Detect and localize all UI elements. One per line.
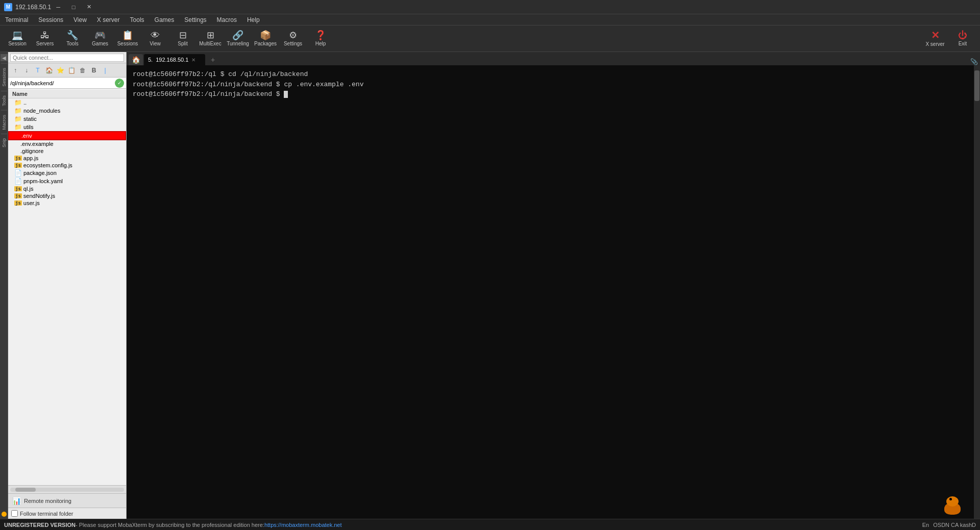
tree-item-label: utils bbox=[23, 124, 34, 130]
tree-item-node-modules[interactable]: 📁 node_modules bbox=[8, 107, 126, 115]
file-toolbar: ↑ ↓ T 🏠 ⭐ 📋 🗑 B | bbox=[8, 63, 126, 78]
folder-icon: 📁 bbox=[14, 107, 22, 114]
toolbar-sessions[interactable]: 📋 Sessions bbox=[114, 28, 141, 50]
minimize-button[interactable]: ─ bbox=[51, 2, 65, 12]
toolbar-packages[interactable]: 📦 Packages bbox=[252, 28, 279, 50]
file-tb-up[interactable]: ↑ bbox=[10, 65, 20, 75]
tree-item-env[interactable]: .env bbox=[8, 131, 126, 140]
menu-games[interactable]: Games bbox=[150, 14, 180, 25]
file-tb-new-folder[interactable]: T bbox=[33, 65, 43, 75]
sessions-icon: 📋 bbox=[122, 31, 133, 40]
toolbar-tools[interactable]: 🔧 Tools bbox=[59, 28, 86, 50]
toolbar-session[interactable]: 💻 Session bbox=[4, 28, 31, 50]
file-tb-copy[interactable]: 📋 bbox=[66, 65, 77, 75]
menu-terminal[interactable]: Terminal bbox=[0, 14, 33, 25]
tab-title: 192.168.50.1 bbox=[156, 57, 188, 63]
toolbar-xserver[interactable]: ✕ X server bbox=[922, 28, 948, 50]
terminal-content[interactable]: root@1c5606ff97b2:/ql $ cd /ql/ninja/bac… bbox=[127, 65, 980, 519]
menu-sessions[interactable]: Sessions bbox=[33, 14, 68, 25]
menu-xserver[interactable]: X server bbox=[92, 14, 125, 25]
hscroll-track bbox=[10, 488, 124, 492]
toolbar-help[interactable]: ❓ Help bbox=[307, 28, 334, 50]
side-tab-snip[interactable]: Snip bbox=[1, 134, 7, 152]
view-icon: 👁 bbox=[151, 31, 160, 40]
tree-item-ql-js[interactable]: js ql.js bbox=[8, 185, 126, 192]
tunneling-label: Tunneling bbox=[227, 41, 249, 46]
servers-icon: 🖧 bbox=[40, 31, 50, 40]
file-tb-delete[interactable]: 🗑 bbox=[78, 65, 88, 75]
terminal-line-2: root@1c5606ff97b2:/ql/ninja/backend $ cp… bbox=[133, 80, 974, 90]
toolbar-games[interactable]: 🎮 Games bbox=[87, 28, 113, 50]
folder-icon: 📁 bbox=[14, 123, 22, 131]
tab-close-button[interactable]: ✕ bbox=[191, 57, 195, 63]
sessions-label: Sessions bbox=[117, 41, 138, 46]
tree-item-static[interactable]: 📁 static bbox=[8, 115, 126, 123]
games-icon: 🎮 bbox=[94, 31, 106, 40]
support-link[interactable]: https://mobaxterm.mobatek.net bbox=[264, 522, 342, 528]
tree-item-label: package.json bbox=[23, 170, 57, 176]
follow-terminal-checkbox[interactable] bbox=[11, 510, 18, 517]
file-tb-bookmark[interactable]: ⭐ bbox=[55, 65, 65, 75]
file-tb-bold[interactable]: B bbox=[89, 65, 99, 75]
tree-item-ecosystem[interactable]: js ecosystem.config.js bbox=[8, 162, 126, 169]
side-tab-sessions[interactable]: Sessions bbox=[1, 63, 7, 91]
settings-icon: ⚙ bbox=[289, 31, 297, 40]
toolbar-split[interactable]: ⊟ Split bbox=[169, 28, 196, 50]
toolbar-tunneling[interactable]: 🔗 Tunneling bbox=[225, 28, 251, 50]
tree-item-label: .env bbox=[21, 133, 32, 139]
toolbar-servers[interactable]: 🖧 Servers bbox=[32, 28, 58, 50]
tab-192-168-50-1[interactable]: 5. 192.168.50.1 ✕ bbox=[144, 54, 205, 65]
side-tab-macros[interactable]: Macros bbox=[1, 110, 7, 134]
maximize-button[interactable]: □ bbox=[66, 2, 81, 12]
file-hscroll[interactable] bbox=[8, 485, 126, 493]
quick-connect-input[interactable] bbox=[10, 54, 124, 62]
toolbar-multiexec[interactable]: ⊞ MultiExec bbox=[197, 28, 224, 50]
xserver-label: X server bbox=[925, 41, 944, 47]
path-bar: ✓ bbox=[8, 78, 126, 89]
toolbar-exit[interactable]: ⏻ Exit bbox=[949, 28, 976, 50]
tree-item-env-example[interactable]: .env.example bbox=[8, 140, 126, 147]
tree-item-gitignore[interactable]: .gitignore bbox=[8, 147, 126, 155]
tree-item-label: ecosystem.config.js bbox=[23, 162, 72, 168]
tunneling-icon: 🔗 bbox=[232, 31, 243, 40]
support-text: - Please support MobaXterm by subscribin… bbox=[76, 522, 264, 528]
toolbar-settings[interactable]: ⚙ Settings bbox=[280, 28, 306, 50]
file-tb-view[interactable]: | bbox=[100, 65, 110, 75]
collapse-left-icon[interactable]: ◀ bbox=[1, 54, 8, 61]
unregistered-badge: UNREGISTERED VERSION bbox=[4, 522, 76, 528]
folder-icon: 📁 bbox=[14, 99, 22, 106]
path-ok-button[interactable]: ✓ bbox=[115, 79, 124, 88]
attachment-icon[interactable]: 📎 bbox=[970, 58, 978, 65]
side-tab-tools[interactable]: Tools bbox=[1, 91, 7, 110]
settings-label: Settings bbox=[284, 41, 302, 46]
file-tb-down[interactable]: ↓ bbox=[21, 65, 32, 75]
help-label: Help bbox=[315, 41, 326, 46]
tab-home-button[interactable]: 🏠 bbox=[129, 54, 143, 65]
tree-item-utils[interactable]: 📁 utils bbox=[8, 123, 126, 131]
tree-item-send-notify[interactable]: js sendNotify.js bbox=[8, 192, 126, 199]
status-info: OSDN CA kashD bbox=[933, 522, 976, 528]
file-tb-home[interactable]: 🏠 bbox=[44, 65, 54, 75]
menu-view[interactable]: View bbox=[68, 14, 92, 25]
tree-item-pnpm-lock[interactable]: 📄 pnpm-lock.yaml bbox=[8, 177, 126, 185]
tree-item-package-json[interactable]: 📄 package.json bbox=[8, 169, 126, 177]
js-icon: js bbox=[14, 200, 22, 206]
view-label: View bbox=[150, 41, 161, 46]
tree-item-dotdot[interactable]: 📁 .. bbox=[8, 98, 126, 107]
menu-macros[interactable]: Macros bbox=[212, 14, 242, 25]
tab-new-button[interactable]: + bbox=[207, 54, 218, 65]
tree-item-user-js[interactable]: js user.js bbox=[8, 199, 126, 207]
vertical-scrollbar[interactable] bbox=[974, 65, 980, 519]
tree-item-app-js[interactable]: js app.js bbox=[8, 155, 126, 162]
xserver-icon: ✕ bbox=[931, 30, 940, 40]
path-input[interactable] bbox=[10, 80, 115, 86]
session-label: Session bbox=[8, 41, 27, 46]
tab-bar: 🏠 5. 192.168.50.1 ✕ + 📎 bbox=[127, 52, 980, 65]
file-panel: ↑ ↓ T 🏠 ⭐ 📋 🗑 B | ✓ Name 📁 .. 📁 nod bbox=[8, 52, 127, 519]
remote-monitoring-button[interactable]: 📊 Remote monitoring bbox=[8, 493, 126, 508]
menu-help[interactable]: Help bbox=[242, 14, 265, 25]
close-button[interactable]: ✕ bbox=[82, 2, 96, 12]
menu-settings[interactable]: Settings bbox=[179, 14, 211, 25]
menu-tools[interactable]: Tools bbox=[125, 14, 150, 25]
toolbar-view[interactable]: 👁 View bbox=[142, 28, 168, 50]
